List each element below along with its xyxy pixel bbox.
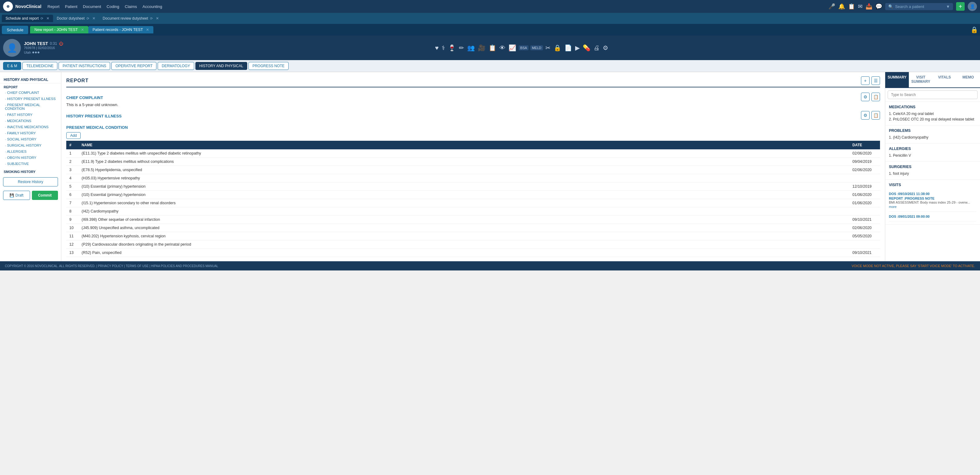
bsa-badge[interactable]: BSA xyxy=(519,45,528,50)
pill-icon[interactable]: 💊 xyxy=(582,43,591,52)
table-row[interactable]: 3 (E78.5) Hyperlipidemia, unspecified 02… xyxy=(66,166,880,174)
refresh-icon[interactable]: ⟳ xyxy=(40,17,43,21)
medical-icon[interactable]: ⚕ xyxy=(441,43,445,52)
chief-complaint-copy[interactable]: 📋 xyxy=(872,93,880,101)
close-icon[interactable]: ✕ xyxy=(81,28,84,32)
sidebar-item-obgyn[interactable]: OBGYN HISTORY xyxy=(0,154,61,161)
sidebar-item-medications[interactable]: MEDICATIONS xyxy=(0,118,61,124)
close-icon[interactable]: ✕ xyxy=(156,16,159,21)
draft-button[interactable]: 💾 Draft xyxy=(3,191,30,200)
right-tab-vitals[interactable]: VITALS xyxy=(933,72,956,87)
history-present-settings[interactable]: ⚙ xyxy=(861,111,870,119)
chart-icon[interactable]: 📈 xyxy=(508,43,517,52)
refresh-icon[interactable]: ⟳ xyxy=(86,17,89,21)
print-icon[interactable]: 🖨 xyxy=(593,44,600,52)
tab-doctor-dutysheet[interactable]: Doctor dutysheet ⟳ ✕ xyxy=(53,15,99,22)
table-row[interactable]: 11 (M40.202) Hypertension kyphosis, cerv… xyxy=(66,232,880,240)
nav-accounting[interactable]: Accounting xyxy=(143,4,162,9)
download-icon[interactable]: 📥 xyxy=(865,3,872,10)
document-icon[interactable]: 📄 xyxy=(564,43,573,52)
sidebar-item-inactive-medications[interactable]: INACTIVE MEDICATIONS xyxy=(0,124,61,130)
table-row[interactable]: 2 (E11.9) Type 2 diabetes mellitus witho… xyxy=(66,157,880,166)
restore-history-button[interactable]: Restore History xyxy=(3,177,58,186)
tab-schedule-report[interactable]: Schedule and report ⟳ ✕ xyxy=(2,15,53,22)
table-row[interactable]: 13 (R52) Pain, unspecified 09/10/2021 xyxy=(66,249,880,257)
power-icon[interactable]: ⏻ xyxy=(59,41,63,46)
sidebar-item-subjective[interactable]: SUBJECTIVE xyxy=(0,161,61,167)
eye-icon[interactable]: 👁 xyxy=(499,44,506,52)
right-tab-visit-summary[interactable]: VISIT SUMMARY xyxy=(909,72,932,87)
nav-coding[interactable]: Coding xyxy=(107,4,119,9)
heart-icon[interactable]: ♥ xyxy=(434,44,439,52)
nav-document[interactable]: Document xyxy=(83,4,101,9)
table-row[interactable]: 8 (I42) Cardiomyopathy xyxy=(66,207,880,216)
table-row[interactable]: 10 (J45.909) Unspecified asthma, uncompl… xyxy=(66,224,880,232)
history-present-copy[interactable]: 📋 xyxy=(872,111,880,119)
clipboard-icon[interactable]: 📋 xyxy=(848,3,855,10)
right-tab-summary[interactable]: SUMMARY xyxy=(885,72,909,87)
table-row[interactable]: 6 (I10) Essential (primary) hypertension… xyxy=(66,191,880,199)
table-row[interactable]: 7 (I15.1) Hypertension secondary to othe… xyxy=(66,199,880,207)
commit-button[interactable]: Commit xyxy=(32,191,58,200)
sidebar-item-history-present[interactable]: HISTORY PRESENT ILLNESS xyxy=(0,96,61,102)
avatar[interactable]: 👤 xyxy=(968,2,977,11)
tab-telemedicine[interactable]: TELEMEDICINE xyxy=(22,62,58,70)
sidebar-item-surgical-history[interactable]: SURGICAL HISTORY xyxy=(0,142,61,148)
refresh-icon[interactable]: ⟳ xyxy=(150,17,153,21)
tab-em[interactable]: E & M xyxy=(3,62,21,70)
more-link-1[interactable]: more xyxy=(889,205,897,208)
mail-icon[interactable]: ✉ xyxy=(858,3,862,10)
nav-report[interactable]: Report xyxy=(48,4,59,9)
right-search-input[interactable] xyxy=(888,91,978,99)
pen-icon[interactable]: ✏ xyxy=(458,43,465,52)
play-icon[interactable]: ▶ xyxy=(574,43,580,52)
microphone-icon[interactable]: 🎤 xyxy=(829,3,835,10)
tab-history-physical[interactable]: HISTORY AND PHYSICAL xyxy=(196,62,247,70)
clipboard2-icon[interactable]: 📋 xyxy=(488,43,497,52)
tab-progress-note[interactable]: PROGRESS NOTE xyxy=(248,62,289,70)
logo-area[interactable]: ⊕ NovoClinical xyxy=(3,2,41,11)
sidebar-item-past-history[interactable]: PAST HISTORY xyxy=(0,112,61,118)
table-row[interactable]: 12 (P29) Cardiovascular disorders origin… xyxy=(66,240,880,249)
table-row[interactable]: 4 (H35.03) Hypertensive retinopathy xyxy=(66,174,880,183)
scissors-icon[interactable]: ✂ xyxy=(545,43,551,52)
sidebar-item-social-history[interactable]: SOCIAL HISTORY xyxy=(0,136,61,142)
lock2-icon[interactable]: 🔒 xyxy=(553,43,562,52)
table-row[interactable]: 9 (I69.398) Other sequelae of cerebral i… xyxy=(66,216,880,224)
group-icon[interactable]: 👥 xyxy=(466,43,476,52)
right-tab-memo[interactable]: MEMO xyxy=(956,72,980,87)
close-icon[interactable]: ✕ xyxy=(146,28,149,32)
tab-patient-instructions[interactable]: PATIENT INSTRUCTIONS xyxy=(59,62,110,70)
sidebar-item-family-history[interactable]: FAMILY HISTORY xyxy=(0,130,61,136)
chat-icon[interactable]: 💬 xyxy=(875,3,882,10)
settings-icon[interactable]: ⚙ xyxy=(602,43,609,52)
add-button[interactable]: + xyxy=(956,2,965,11)
close-icon[interactable]: ✕ xyxy=(46,16,49,21)
table-row[interactable]: 1 (E11.31) Type 2 diabetes mellitus with… xyxy=(66,149,880,157)
sidebar-item-allergies[interactable]: ALLERGIES xyxy=(0,148,61,154)
video-icon[interactable]: 🎥 xyxy=(477,43,486,52)
table-row[interactable]: 5 (I10) Essential (primary) hypertension… xyxy=(66,183,880,191)
tab-patient-records[interactable]: Patient records - JOHN TEST ✕ xyxy=(88,26,153,33)
list-report-button[interactable]: ☰ xyxy=(872,76,880,85)
chief-complaint-settings[interactable]: ⚙ xyxy=(861,93,870,101)
schedule-button[interactable]: Schedule xyxy=(2,26,28,34)
add-report-button[interactable]: + xyxy=(861,76,870,85)
tab-operative-report[interactable]: OPERATIVE REPORT xyxy=(111,62,156,70)
sidebar-item-present-medical[interactable]: PRESENT MEDICAL CONDITION xyxy=(0,102,61,112)
nav-claims[interactable]: Claims xyxy=(125,4,137,9)
tab-document-review[interactable]: Document review dutysheet ⟳ ✕ xyxy=(99,15,162,22)
close-icon[interactable]: ✕ xyxy=(92,16,95,21)
more-options-icon[interactable]: ●●● xyxy=(32,50,40,55)
add-condition-button[interactable]: Add xyxy=(66,132,81,139)
tab-new-report[interactable]: New report - JOHN TEST ✕ xyxy=(30,26,88,33)
nav-patient[interactable]: Patient xyxy=(65,4,77,9)
wine-icon[interactable]: 🍷 xyxy=(447,43,457,52)
patient-search-bar[interactable]: 🔍 ▼ xyxy=(885,3,953,10)
lock-icon[interactable]: 🔒 xyxy=(970,26,978,33)
sidebar-item-chief-complaint[interactable]: CHIEF COMPLAINT xyxy=(0,89,61,96)
tab-dermatology[interactable]: DERMATOLOGY xyxy=(158,62,194,70)
patient-search-input[interactable] xyxy=(895,4,944,9)
bell-icon[interactable]: 🔔 xyxy=(838,3,845,10)
meld-badge[interactable]: MELD xyxy=(530,45,543,50)
